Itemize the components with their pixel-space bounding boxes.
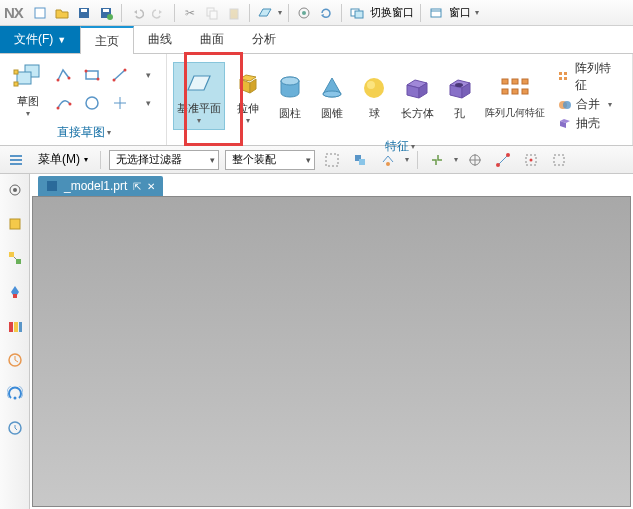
selection-filter-icon[interactable] (6, 149, 28, 171)
circle-icon[interactable] (80, 91, 104, 115)
svg-rect-16 (17, 72, 31, 84)
cylinder-button[interactable]: 圆柱 (271, 70, 309, 123)
svg-point-26 (124, 69, 127, 72)
plane-icon[interactable] (256, 4, 274, 22)
svg-rect-73 (9, 322, 13, 332)
touch-icon[interactable] (295, 4, 313, 22)
more-arrow-icon[interactable]: ▾ (136, 63, 160, 87)
redo-icon[interactable] (150, 4, 168, 22)
menu-file[interactable]: 文件(F)▼ (0, 26, 80, 53)
window-label[interactable]: 窗口 (449, 5, 471, 20)
hole-button[interactable]: 孔 (441, 70, 479, 123)
switch-window-label[interactable]: 切换窗口 (370, 5, 414, 20)
svg-point-61 (496, 163, 500, 167)
pattern-feature-link[interactable]: 阵列特征 (558, 60, 620, 94)
svg-rect-8 (230, 9, 238, 19)
svg-rect-43 (522, 89, 528, 94)
open-icon[interactable] (53, 4, 71, 22)
cut-icon[interactable]: ✂ (181, 4, 199, 22)
svg-line-60 (498, 155, 508, 165)
assembly-navigator-icon[interactable] (5, 248, 25, 268)
dropdown-arrow-icon[interactable]: ▾ (475, 8, 479, 17)
snap-icon-5[interactable] (548, 149, 570, 171)
snap-icon-3[interactable] (492, 149, 514, 171)
sel-icon-2[interactable] (349, 149, 371, 171)
svg-line-71 (14, 257, 16, 259)
snap-icon-4[interactable] (520, 149, 542, 171)
assembly-scope-dropdown[interactable]: 整个装配 (225, 150, 315, 170)
close-tab-icon[interactable]: ✕ (147, 181, 155, 192)
left-sidebar (0, 174, 30, 509)
svg-rect-42 (512, 89, 518, 94)
model-canvas[interactable] (32, 196, 631, 507)
reuse-library-icon[interactable] (5, 316, 25, 336)
block-button[interactable]: 长方体 (398, 70, 437, 123)
clock-icon[interactable] (5, 418, 25, 438)
copy-icon[interactable] (203, 4, 221, 22)
svg-rect-12 (355, 11, 363, 18)
svg-rect-75 (19, 322, 22, 332)
repeat-icon[interactable] (317, 4, 335, 22)
svg-point-62 (506, 153, 510, 157)
snap-icon-1[interactable] (426, 149, 448, 171)
svg-rect-52 (10, 163, 22, 165)
menu-analyze[interactable]: 分析 (238, 26, 290, 53)
svg-rect-13 (431, 9, 441, 17)
switch-window-icon[interactable] (348, 4, 366, 22)
settings-icon[interactable] (5, 180, 25, 200)
svg-point-29 (86, 97, 98, 109)
history-icon[interactable] (5, 350, 25, 370)
dropdown-arrow-icon[interactable]: ▾ (278, 8, 282, 17)
svg-point-64 (530, 158, 533, 161)
sketch-button[interactable]: 草图 ▾ (8, 58, 48, 120)
paste-icon[interactable] (225, 4, 243, 22)
line-icon[interactable] (108, 63, 132, 87)
menu-surface[interactable]: 曲面 (186, 26, 238, 53)
extrude-button[interactable]: 拉伸 ▾ (229, 65, 267, 127)
file-tab[interactable]: _model1.prt ⇱ ✕ (38, 176, 163, 196)
profile-icon[interactable] (52, 63, 76, 87)
rectangle-icon[interactable] (80, 63, 104, 87)
snap-icon-2[interactable] (464, 149, 486, 171)
constraint-navigator-icon[interactable] (5, 282, 25, 302)
svg-point-22 (85, 70, 88, 73)
shell-link[interactable]: 抽壳 (558, 115, 620, 132)
svg-point-49 (563, 101, 571, 109)
datum-plane-button[interactable]: 基准平面 ▾ (173, 62, 225, 130)
svg-rect-44 (559, 72, 562, 75)
new-icon[interactable] (31, 4, 49, 22)
svg-rect-40 (522, 79, 528, 84)
menu-home[interactable]: 主页 (80, 26, 134, 54)
more-arrow-icon[interactable]: ▾ (136, 91, 160, 115)
svg-rect-7 (210, 11, 217, 19)
selection-bar: 菜单(M)▾ 无选择过滤器 整个装配 ▾ ▾ (0, 146, 633, 174)
save-as-icon[interactable] (97, 4, 115, 22)
svg-point-67 (13, 188, 17, 192)
undo-icon[interactable] (128, 4, 146, 22)
menu-curve[interactable]: 曲线 (134, 26, 186, 53)
point-icon[interactable] (108, 91, 132, 115)
part-navigator-icon[interactable] (5, 214, 25, 234)
save-icon[interactable] (75, 4, 93, 22)
menu-button[interactable]: 菜单(M)▾ (34, 149, 92, 170)
title-bar: NX ✂ ▾ 切换窗口 窗口 ▾ (0, 0, 633, 26)
arc-icon[interactable] (52, 91, 76, 115)
pattern-geometry-button[interactable]: 阵列几何特征 (483, 70, 548, 122)
svg-point-25 (113, 79, 116, 82)
svg-point-20 (68, 77, 71, 80)
sel-icon-1[interactable] (321, 149, 343, 171)
dropdown-arrow-icon[interactable]: ▾ (454, 155, 458, 164)
svg-rect-39 (512, 79, 518, 84)
selection-filter-dropdown[interactable]: 无选择过滤器 (109, 150, 219, 170)
combine-link[interactable]: 合并▾ (558, 96, 620, 113)
cone-button[interactable]: 圆锥 (313, 70, 351, 123)
pin-icon[interactable]: ⇱ (133, 181, 141, 192)
svg-rect-79 (47, 181, 57, 191)
window-icon[interactable] (427, 4, 445, 22)
svg-rect-55 (359, 159, 365, 165)
separator (420, 4, 421, 22)
web-icon[interactable] (5, 384, 25, 404)
sphere-button[interactable]: 球 (355, 70, 393, 123)
svg-point-10 (302, 11, 306, 15)
svg-point-19 (57, 79, 60, 82)
